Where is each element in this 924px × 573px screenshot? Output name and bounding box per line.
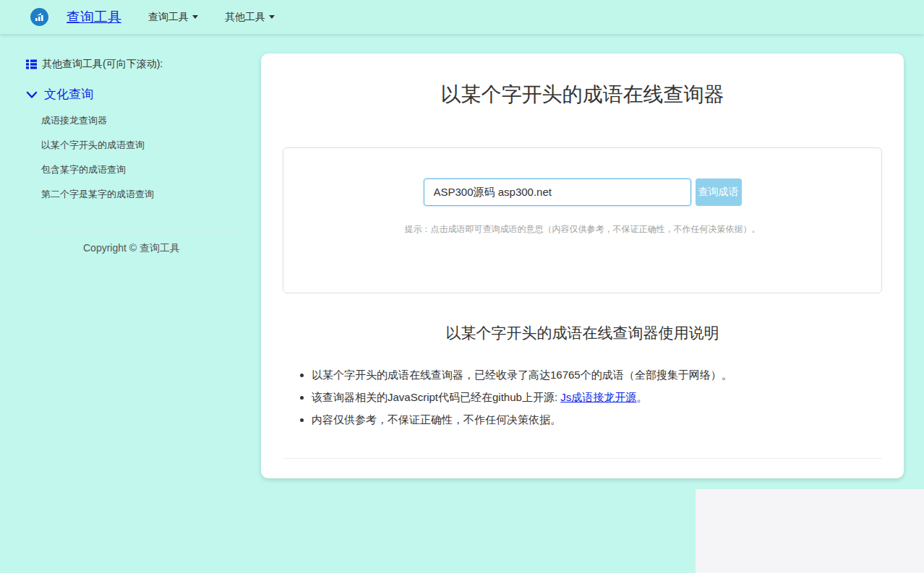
overlay-panel [696, 489, 924, 573]
sidebar-item-idiom-solitaire[interactable]: 成语接龙查询器 [26, 108, 237, 133]
usage-list: 以某个字开头的成语在线查询器，已经收录了高达16765个的成语（全部搜集于网络）… [290, 369, 882, 425]
list-icon [26, 59, 37, 69]
sidebar-item-idiom-second-char[interactable]: 第二个字是某字的成语查询 [26, 182, 237, 207]
usage-item-text: 该查询器相关的JavaScript代码已经在github上开源: [312, 391, 560, 403]
sidebar-category-label: 文化查询 [44, 86, 93, 103]
page-title: 以某个字开头的成语在线查询器 [283, 53, 882, 108]
chevron-down-icon [26, 90, 38, 99]
usage-item-text: 以某个字开头的成语在线查询器，已经收录了高达16765个的成语（全部搜集于网络）… [312, 369, 732, 381]
usage-item-text: 内容仅供参考，不保证正确性，不作任何决策依据。 [312, 413, 561, 426]
query-panel: 查询成语 提示：点击成语即可查询成语的意思（内容仅供参考，不保证正确性，不作任何… [283, 147, 882, 293]
caret-down-icon [192, 15, 198, 19]
nav-menu-label: 查询工具 [148, 11, 189, 24]
nav-menu-label: 其他工具 [225, 11, 265, 24]
sidebar-divider [26, 230, 237, 231]
sidebar: 其他查询工具(可向下滚动): 文化查询 成语接龙查询器 以某个字开头的成语查询 … [0, 34, 261, 255]
card-footer-divider [283, 458, 882, 459]
page-content: 其他查询工具(可向下滚动): 文化查询 成语接龙查询器 以某个字开头的成语查询 … [0, 34, 924, 478]
bar-chart-icon [35, 12, 44, 22]
query-hint-text: 提示：点击成语即可查询成语的意思（内容仅供参考，不保证正确性，不作任何决策依据）… [405, 223, 761, 236]
nav-menu-other-tools[interactable]: 其他工具 [225, 11, 275, 24]
github-opensource-link[interactable]: Js成语接龙开源 [560, 391, 636, 403]
sidebar-tool-list: 成语接龙查询器 以某个字开头的成语查询 包含某字的成语查询 第二个字是某字的成语… [26, 108, 237, 207]
main-column: 以某个字开头的成语在线查询器 查询成语 提示：点击成语即可查询成语的意思（内容仅… [261, 34, 924, 478]
query-idiom-button[interactable]: 查询成语 [696, 178, 742, 206]
usage-item: 内容仅供参考，不保证正确性，不作任何决策依据。 [312, 414, 882, 425]
sidebar-header-label: 其他查询工具(可向下滚动): [42, 58, 163, 71]
copyright-text: Copyright © 查询工具 [26, 242, 237, 255]
query-input-row: 查询成语 [424, 178, 742, 206]
sidebar-item-idiom-contains[interactable]: 包含某字的成语查询 [26, 158, 237, 182]
usage-item-suffix: 。 [636, 391, 647, 403]
nav-menu-query-tools[interactable]: 查询工具 [148, 11, 198, 24]
caret-down-icon [269, 15, 275, 19]
usage-item: 该查询器相关的JavaScript代码已经在github上开源: Js成语接龙开… [312, 392, 882, 402]
main-card: 以某个字开头的成语在线查询器 查询成语 提示：点击成语即可查询成语的意思（内容仅… [261, 53, 904, 478]
sidebar-header: 其他查询工具(可向下滚动): [26, 58, 237, 71]
brand-link[interactable]: 查询工具 [67, 8, 121, 27]
site-logo[interactable] [30, 8, 48, 26]
usage-section-title: 以某个字开头的成语在线查询器使用说明 [283, 323, 882, 343]
idiom-search-input[interactable] [424, 178, 691, 206]
usage-item: 以某个字开头的成语在线查询器，已经收录了高达16765个的成语（全部搜集于网络）… [312, 369, 882, 380]
navbar: 查询工具 查询工具 其他工具 [0, 0, 924, 34]
sidebar-item-idiom-starts-with[interactable]: 以某个字开头的成语查询 [26, 133, 237, 158]
sidebar-category-culture[interactable]: 文化查询 [26, 86, 237, 103]
